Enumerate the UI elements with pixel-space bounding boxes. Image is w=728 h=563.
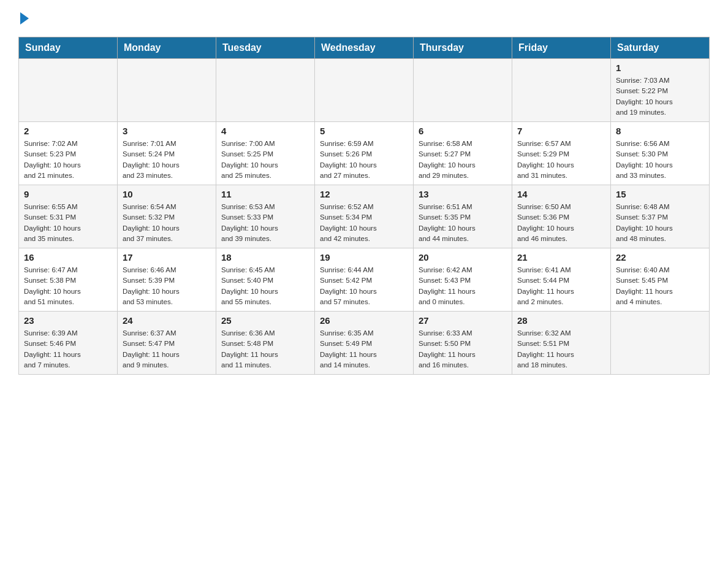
calendar-cell (19, 59, 118, 122)
calendar-cell: 26Sunrise: 6:35 AMSunset: 5:49 PMDayligh… (315, 312, 414, 375)
day-info: Sunrise: 6:45 AMSunset: 5:40 PMDaylight:… (221, 265, 309, 307)
day-header-saturday: Saturday (611, 37, 710, 59)
day-info: Sunrise: 7:03 AMSunset: 5:22 PMDaylight:… (616, 75, 704, 118)
calendar-cell: 15Sunrise: 6:48 AMSunset: 5:37 PMDayligh… (611, 185, 710, 248)
calendar-cell: 3Sunrise: 7:01 AMSunset: 5:24 PMDaylight… (118, 122, 216, 185)
calendar-cell: 2Sunrise: 7:02 AMSunset: 5:23 PMDaylight… (19, 122, 118, 185)
day-number: 15 (616, 189, 704, 199)
calendar-cell: 7Sunrise: 6:57 AMSunset: 5:29 PMDaylight… (512, 122, 611, 185)
calendar-cell: 5Sunrise: 6:59 AMSunset: 5:26 PMDaylight… (315, 122, 414, 185)
day-number: 3 (123, 126, 211, 136)
day-number: 5 (320, 126, 408, 136)
calendar-cell: 20Sunrise: 6:42 AMSunset: 5:43 PMDayligh… (414, 248, 512, 312)
day-number: 17 (123, 252, 211, 262)
day-info: Sunrise: 6:46 AMSunset: 5:39 PMDaylight:… (123, 265, 211, 307)
calendar-week-2: 2Sunrise: 7:02 AMSunset: 5:23 PMDaylight… (19, 122, 710, 185)
calendar-cell: 18Sunrise: 6:45 AMSunset: 5:40 PMDayligh… (216, 248, 315, 312)
calendar-cell: 4Sunrise: 7:00 AMSunset: 5:25 PMDaylight… (216, 122, 315, 185)
day-info: Sunrise: 6:54 AMSunset: 5:32 PMDaylight:… (123, 202, 211, 244)
day-number: 28 (517, 315, 605, 326)
calendar-cell: 23Sunrise: 6:39 AMSunset: 5:46 PMDayligh… (19, 312, 118, 375)
day-number: 24 (123, 315, 211, 326)
day-info: Sunrise: 7:00 AMSunset: 5:25 PMDaylight:… (221, 139, 309, 181)
day-header-wednesday: Wednesday (315, 37, 414, 59)
day-number: 14 (517, 189, 605, 199)
day-info: Sunrise: 7:01 AMSunset: 5:24 PMDaylight:… (123, 139, 211, 181)
day-header-thursday: Thursday (414, 37, 512, 59)
day-number: 23 (24, 315, 112, 326)
day-number: 1 (616, 63, 704, 73)
day-info: Sunrise: 6:47 AMSunset: 5:38 PMDaylight:… (24, 265, 112, 307)
calendar-table: SundayMondayTuesdayWednesdayThursdayFrid… (18, 37, 710, 375)
day-number: 12 (320, 189, 408, 199)
calendar-cell: 21Sunrise: 6:41 AMSunset: 5:44 PMDayligh… (512, 248, 611, 312)
calendar-cell: 6Sunrise: 6:58 AMSunset: 5:27 PMDaylight… (414, 122, 512, 185)
calendar-cell: 1Sunrise: 7:03 AMSunset: 5:22 PMDaylight… (611, 59, 710, 122)
calendar-cell: 22Sunrise: 6:40 AMSunset: 5:45 PMDayligh… (611, 248, 710, 312)
day-number: 4 (221, 126, 309, 136)
day-header-sunday: Sunday (19, 37, 118, 59)
day-number: 9 (24, 189, 112, 199)
page-header (18, 12, 710, 25)
day-header-tuesday: Tuesday (216, 37, 315, 59)
day-info: Sunrise: 6:37 AMSunset: 5:47 PMDaylight:… (123, 328, 211, 370)
day-number: 20 (419, 252, 507, 262)
calendar-cell: 16Sunrise: 6:47 AMSunset: 5:38 PMDayligh… (19, 248, 118, 312)
day-header-monday: Monday (118, 37, 216, 59)
day-info: Sunrise: 6:48 AMSunset: 5:37 PMDaylight:… (616, 202, 704, 244)
day-number: 19 (320, 252, 408, 262)
day-number: 27 (419, 315, 507, 326)
calendar-cell: 10Sunrise: 6:54 AMSunset: 5:32 PMDayligh… (118, 185, 216, 248)
logo (18, 12, 29, 25)
logo-arrow-icon (20, 12, 29, 25)
calendar-week-1: 1Sunrise: 7:03 AMSunset: 5:22 PMDaylight… (19, 59, 710, 122)
day-info: Sunrise: 6:57 AMSunset: 5:29 PMDaylight:… (517, 139, 605, 181)
calendar-cell: 24Sunrise: 6:37 AMSunset: 5:47 PMDayligh… (118, 312, 216, 375)
day-info: Sunrise: 6:41 AMSunset: 5:44 PMDaylight:… (517, 265, 605, 307)
calendar-cell: 19Sunrise: 6:44 AMSunset: 5:42 PMDayligh… (315, 248, 414, 312)
day-number: 21 (517, 252, 605, 262)
day-number: 22 (616, 252, 704, 262)
calendar-cell: 14Sunrise: 6:50 AMSunset: 5:36 PMDayligh… (512, 185, 611, 248)
calendar-cell: 17Sunrise: 6:46 AMSunset: 5:39 PMDayligh… (118, 248, 216, 312)
calendar-cell (315, 59, 414, 122)
day-info: Sunrise: 6:55 AMSunset: 5:31 PMDaylight:… (24, 202, 112, 244)
day-info: Sunrise: 6:44 AMSunset: 5:42 PMDaylight:… (320, 265, 408, 307)
calendar-week-3: 9Sunrise: 6:55 AMSunset: 5:31 PMDaylight… (19, 185, 710, 248)
day-info: Sunrise: 6:56 AMSunset: 5:30 PMDaylight:… (616, 139, 704, 181)
calendar-cell: 9Sunrise: 6:55 AMSunset: 5:31 PMDaylight… (19, 185, 118, 248)
calendar-cell: 28Sunrise: 6:32 AMSunset: 5:51 PMDayligh… (512, 312, 611, 375)
day-info: Sunrise: 6:39 AMSunset: 5:46 PMDaylight:… (24, 328, 112, 370)
day-number: 7 (517, 126, 605, 136)
day-number: 10 (123, 189, 211, 199)
day-info: Sunrise: 6:32 AMSunset: 5:51 PMDaylight:… (517, 328, 605, 370)
calendar-cell: 8Sunrise: 6:56 AMSunset: 5:30 PMDaylight… (611, 122, 710, 185)
day-number: 16 (24, 252, 112, 262)
day-number: 6 (419, 126, 507, 136)
calendar-cell: 12Sunrise: 6:52 AMSunset: 5:34 PMDayligh… (315, 185, 414, 248)
calendar-cell (512, 59, 611, 122)
day-info: Sunrise: 6:58 AMSunset: 5:27 PMDaylight:… (419, 139, 507, 181)
day-info: Sunrise: 6:52 AMSunset: 5:34 PMDaylight:… (320, 202, 408, 244)
day-number: 11 (221, 189, 309, 199)
calendar-cell (414, 59, 512, 122)
calendar-cell (611, 312, 710, 375)
day-header-friday: Friday (512, 37, 611, 59)
calendar-cell: 11Sunrise: 6:53 AMSunset: 5:33 PMDayligh… (216, 185, 315, 248)
day-info: Sunrise: 6:42 AMSunset: 5:43 PMDaylight:… (419, 265, 507, 307)
day-info: Sunrise: 6:50 AMSunset: 5:36 PMDaylight:… (517, 202, 605, 244)
calendar-week-5: 23Sunrise: 6:39 AMSunset: 5:46 PMDayligh… (19, 312, 710, 375)
day-number: 2 (24, 126, 112, 136)
calendar-cell (118, 59, 216, 122)
calendar-cell: 13Sunrise: 6:51 AMSunset: 5:35 PMDayligh… (414, 185, 512, 248)
day-info: Sunrise: 6:40 AMSunset: 5:45 PMDaylight:… (616, 265, 704, 307)
day-number: 25 (221, 315, 309, 326)
day-info: Sunrise: 6:35 AMSunset: 5:49 PMDaylight:… (320, 328, 408, 370)
day-info: Sunrise: 6:33 AMSunset: 5:50 PMDaylight:… (419, 328, 507, 370)
day-info: Sunrise: 6:51 AMSunset: 5:35 PMDaylight:… (419, 202, 507, 244)
day-info: Sunrise: 6:53 AMSunset: 5:33 PMDaylight:… (221, 202, 309, 244)
calendar-header-row: SundayMondayTuesdayWednesdayThursdayFrid… (19, 37, 710, 59)
day-number: 8 (616, 126, 704, 136)
day-info: Sunrise: 6:36 AMSunset: 5:48 PMDaylight:… (221, 328, 309, 370)
day-info: Sunrise: 7:02 AMSunset: 5:23 PMDaylight:… (24, 139, 112, 181)
